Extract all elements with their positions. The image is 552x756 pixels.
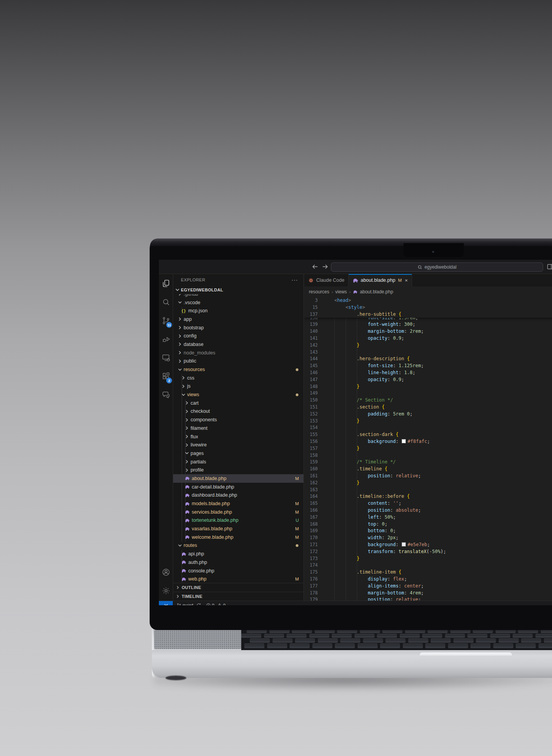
tree-folder-livewire[interactable]: livewire (173, 441, 303, 449)
tree-folder-partials[interactable]: partials (173, 458, 303, 466)
code-line-144: 144 .hero-description { (304, 356, 552, 363)
keyboard-key (516, 644, 536, 648)
line-number: 154 (304, 424, 318, 431)
git-status-badge: U (296, 518, 299, 523)
tree-file-services-blade-php[interactable]: services.blade.phpM (173, 508, 303, 516)
code-line-150: 150 /* Section */ (304, 397, 552, 404)
keyboard-key (541, 630, 552, 633)
tree-folder-app[interactable]: app (173, 315, 303, 324)
tree-file-tortenetunk-blade-php[interactable]: tortenetunk.blade.phpU (173, 516, 303, 525)
tree-file-api-php[interactable]: api.php (173, 550, 303, 558)
code-line-162: 162 } (304, 480, 552, 487)
git-branch-status[interactable]: main* (177, 603, 202, 605)
keyboard-key (363, 639, 383, 643)
indent-guide (334, 318, 335, 601)
tree-file-console-php[interactable]: console.php (173, 567, 303, 575)
tree-folder-flux[interactable]: flux (173, 432, 303, 441)
breadcrumb-item[interactable]: views (335, 289, 347, 295)
line-number: 150 (304, 397, 318, 404)
line-number: 152 (304, 411, 318, 418)
forward-arrow-icon[interactable] (321, 263, 329, 271)
remote-indicator[interactable] (159, 601, 173, 605)
tree-folder-config[interactable]: config (173, 332, 303, 340)
code-line-152: 152 padding: 5rem 0; (304, 411, 552, 418)
tree-folder-profile[interactable]: profile (173, 466, 303, 474)
breadcrumb-item[interactable]: resources (309, 289, 329, 295)
warning-icon (217, 603, 223, 605)
tree-folder-views[interactable]: views (173, 390, 303, 399)
chevron-right-icon (175, 594, 180, 599)
tree-file-car-detail-blade-php[interactable]: car-detail.blade.php (173, 483, 303, 491)
tree-folder-database[interactable]: database (173, 340, 303, 349)
tab-claude-code[interactable]: Claude Code (304, 274, 349, 286)
tree-item-label: checkout (191, 409, 210, 414)
back-arrow-icon[interactable] (311, 263, 319, 271)
activity-chat[interactable] (159, 385, 173, 404)
indent-guide (357, 318, 357, 601)
close-icon[interactable]: × (405, 278, 408, 283)
breadcrumb[interactable]: resources›views›about.blade.php (304, 286, 552, 297)
activity-search[interactable] (159, 293, 173, 311)
tree-folder-routes[interactable]: routes (173, 541, 303, 550)
tree-file-dashboard-blade-php[interactable]: dashboard.blade.php (173, 491, 303, 500)
timeline-panel-header[interactable]: TIMELINE (173, 592, 303, 601)
tree-folder-components[interactable]: components (173, 415, 303, 424)
project-section-header[interactable]: EGYEDIWEBOLDAL (173, 286, 303, 294)
tree-folder-js[interactable]: js (173, 382, 303, 391)
code-line-175: 175 .timeline-item { (304, 569, 552, 576)
tree-file-about-blade-php[interactable]: about.blade.phpM (173, 474, 303, 483)
tree-folder-resources[interactable]: resources (173, 365, 303, 374)
tree-folder-pages[interactable]: pages (173, 449, 303, 458)
git-status-badge: M (295, 535, 299, 540)
tree-folder--github[interactable]: .github (173, 294, 303, 298)
layout-icon[interactable] (547, 263, 552, 271)
code-editor[interactable]: 138 font-size: 1.5rem;139 font-weight: 3… (304, 297, 552, 601)
tree-folder-css[interactable]: css (173, 374, 303, 382)
activity-run-debug[interactable] (159, 330, 173, 348)
activity-settings[interactable] (159, 581, 173, 600)
tree-folder-bootstrap[interactable]: bootstrap (173, 324, 303, 332)
breadcrumb-file[interactable]: about.blade.php (360, 289, 393, 295)
code-line-169: 169 bottom: 0; (304, 528, 552, 535)
tree-file-models-blade-php[interactable]: models.blade.phpM (173, 499, 303, 508)
tree-file-web-php[interactable]: web.phpM (173, 575, 303, 583)
tree-item-label: node_modules (184, 350, 215, 356)
keyboard-key (467, 634, 487, 638)
keyboard-key (490, 634, 510, 638)
problems-status[interactable]: 0 0 (206, 603, 225, 605)
activity-extensions[interactable]: 2 (159, 367, 173, 385)
explorer-more-icon[interactable]: ··· (291, 277, 298, 283)
tree-folder-node-modules[interactable]: node_modules (173, 349, 303, 357)
tree-file-mcp-json[interactable]: {}mcp.json (173, 306, 303, 315)
keyboard-key (535, 634, 552, 638)
tree-folder-checkout[interactable]: checkout (173, 407, 303, 416)
tab-modified-badge: M (398, 278, 402, 283)
tree-file-auth-php[interactable]: auth.php (173, 558, 303, 567)
line-number: 178 (304, 590, 318, 597)
keyboard-key (360, 630, 380, 633)
tab-about-blade-php[interactable]: about.blade.phpM× (349, 274, 412, 286)
explorer-title: EXPLORER (181, 278, 205, 282)
git-status-badge: M (295, 501, 299, 506)
tree-folder--vscode[interactable]: .vscode (173, 298, 303, 307)
code-line-153: 153 } (304, 418, 552, 425)
command-center-search[interactable]: egyediweboldal (331, 262, 543, 272)
tree-folder-cart[interactable]: cart (173, 399, 303, 407)
tree-file-vasarlas-blade-php[interactable]: vasarlas.blade.phpM (173, 524, 303, 533)
line-number: 170 (304, 535, 318, 541)
tree-item-label: about.blade.php (192, 476, 227, 481)
code-line-151: 151 .section { (304, 404, 552, 411)
line-number: 159 (304, 459, 318, 466)
line-number: 172 (304, 548, 318, 555)
chevron-right-icon (184, 426, 189, 431)
outline-panel-header[interactable]: OUTLINE (173, 583, 303, 592)
activity-remote-explorer[interactable] (159, 348, 173, 367)
activity-explorer[interactable] (159, 274, 173, 293)
activity-source-control[interactable]: 11 (159, 311, 173, 330)
keyboard-key (380, 644, 400, 648)
tree-file-welcome-blade-php[interactable]: welcome.blade.phpM (173, 533, 303, 541)
tree-folder-filament[interactable]: filament (173, 424, 303, 432)
tree-folder-public[interactable]: public (173, 357, 303, 366)
activity-accounts[interactable] (159, 563, 173, 581)
source-control-badge: 11 (166, 322, 172, 328)
